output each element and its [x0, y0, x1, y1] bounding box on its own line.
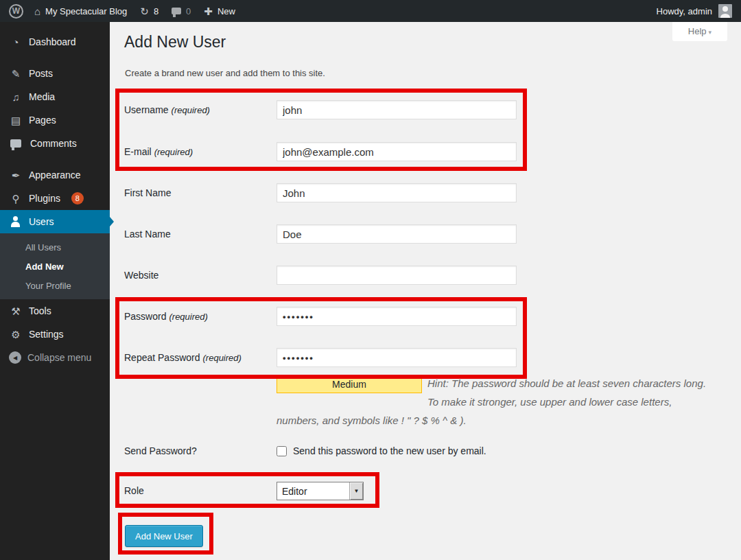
email-row: E-mail(required): [124, 142, 711, 161]
last-name-label: Last Name: [124, 224, 171, 244]
send-password-row: Send Password? Send this password to the…: [124, 445, 711, 458]
sidebar-item-label: Appearance: [29, 170, 81, 180]
sidebar-item-label: Tools: [29, 305, 51, 316]
repeat-password-input[interactable]: [277, 348, 517, 367]
sidebar-item-appearance[interactable]: ✒ Appearance: [0, 163, 110, 187]
sidebar-item-users[interactable]: Users: [0, 210, 110, 233]
password-label: Password(required): [124, 307, 208, 327]
password-strength-meter: Medium: [277, 376, 422, 393]
first-name-input[interactable]: [277, 183, 517, 202]
send-password-checkbox-label[interactable]: Send this password to the new user by em…: [293, 445, 486, 458]
comments-link[interactable]: 0: [172, 6, 191, 16]
users-submenu: All Users Add New Your Profile: [0, 233, 110, 299]
last-name-input[interactable]: [277, 224, 517, 244]
repeat-password-row: Repeat Password(required): [124, 348, 711, 367]
submenu-item-your-profile[interactable]: Your Profile: [0, 276, 110, 295]
username-input[interactable]: [277, 100, 517, 119]
submenu-item-all-users[interactable]: All Users: [0, 237, 110, 257]
sidebar-item-label: Users: [29, 216, 54, 227]
first-name-label: First Name: [124, 183, 171, 202]
account-menu[interactable]: Howdy, admin: [657, 4, 732, 18]
sidebar-item-settings[interactable]: ⚙ Settings: [0, 323, 110, 346]
repeat-password-label: Repeat Password(required): [124, 348, 242, 368]
required-hint: (required): [203, 353, 242, 363]
sidebar-item-tools[interactable]: ⚒ Tools: [0, 299, 110, 323]
select-dropdown-button[interactable]: ▼: [349, 482, 363, 500]
help-label: Help: [688, 26, 707, 36]
password-strength-area: Medium Hint: The password should be at l…: [277, 374, 710, 430]
updates-link[interactable]: ↻ 8: [140, 6, 158, 16]
role-select[interactable]: Editor ▼: [277, 482, 364, 500]
sidebar-item-dashboard[interactable]: ◔ Dashboard: [0, 30, 110, 54]
role-selected-value: Editor: [282, 486, 307, 497]
required-hint: (required): [172, 105, 210, 115]
sidebar-item-label: Comments: [30, 138, 77, 149]
dashboard-icon: ◔: [9, 37, 23, 47]
posts-icon: ✎: [9, 69, 23, 79]
sidebar-item-plugins[interactable]: ⚲ Plugins 8: [0, 187, 110, 210]
username-label: Username(required): [124, 100, 210, 120]
update-count: 8: [154, 6, 158, 16]
email-field[interactable]: [277, 142, 517, 161]
required-hint: (required): [154, 147, 193, 157]
site-name-link[interactable]: ⌂ My Spectacular Blog: [34, 6, 127, 16]
send-password-label: Send Password?: [124, 445, 197, 458]
admin-bar: W ⌂ My Spectacular Blog ↻ 8 0 ✚ New Howd…: [0, 0, 741, 22]
comment-bubble-icon: [172, 8, 181, 14]
required-hint: (required): [169, 312, 207, 322]
sidebar-item-media[interactable]: ♫ Media: [0, 85, 110, 108]
menu-separator: [0, 155, 110, 163]
website-label: Website: [124, 266, 158, 285]
sidebar-item-label: Posts: [29, 68, 53, 79]
pages-icon: ▤: [9, 115, 23, 126]
sidebar-item-pages[interactable]: ▤ Pages: [0, 108, 110, 132]
comment-count: 0: [186, 6, 191, 16]
first-name-row: First Name: [124, 183, 711, 202]
sidebar-item-label: Pages: [29, 115, 56, 126]
chevron-down-icon: ▾: [709, 29, 712, 36]
role-label: Role: [124, 482, 144, 500]
updates-icon: ↻: [140, 6, 149, 16]
media-icon: ♫: [9, 92, 23, 102]
users-icon: [9, 216, 23, 227]
page-subtitle: Create a brand new user and add them to …: [125, 68, 325, 78]
role-row: Role Editor ▼: [124, 482, 711, 500]
new-label: New: [217, 6, 235, 16]
password-input[interactable]: [277, 307, 517, 326]
help-button[interactable]: Help▾: [672, 22, 727, 41]
sidebar-item-posts[interactable]: ✎ Posts: [0, 62, 110, 85]
website-row: Website: [124, 266, 711, 285]
submenu-item-add-new[interactable]: Add New: [0, 257, 110, 276]
send-password-checkbox[interactable]: [277, 446, 287, 456]
plugins-update-badge: 8: [71, 192, 84, 205]
username-row: Username(required): [124, 100, 711, 119]
wordpress-logo-icon[interactable]: W: [9, 4, 23, 19]
menu-separator: [0, 22, 110, 30]
plugins-icon: ⚲: [9, 194, 23, 204]
add-new-user-button[interactable]: Add New User: [125, 525, 203, 547]
sidebar-item-label: Media: [29, 91, 55, 102]
plus-icon: ✚: [204, 6, 213, 16]
site-name: My Spectacular Blog: [45, 6, 127, 16]
home-icon: ⌂: [34, 6, 40, 16]
strength-meter-wrap: Medium: [277, 374, 427, 410]
caret-down-icon: ▼: [354, 488, 360, 494]
website-input[interactable]: [277, 266, 517, 285]
password-row: Password(required): [124, 307, 711, 326]
tools-icon: ⚒: [9, 306, 23, 316]
sidebar-item-label: Collapse menu: [27, 352, 91, 363]
avatar: [718, 4, 732, 18]
sidebar-item-label: Plugins: [29, 193, 60, 204]
email-label: E-mail(required): [124, 142, 193, 162]
collapse-arrow-icon: ◀: [9, 351, 21, 364]
last-name-row: Last Name: [124, 224, 711, 244]
admin-menu: ◔ Dashboard ✎ Posts ♫ Media ▤ Pages Comm…: [0, 22, 110, 369]
new-content-link[interactable]: ✚ New: [204, 6, 235, 16]
settings-icon: ⚙: [9, 329, 23, 340]
collapse-menu-button[interactable]: ◀ Collapse menu: [0, 346, 110, 369]
appearance-icon: ✒: [9, 170, 23, 180]
menu-separator: [0, 54, 110, 62]
sidebar-item-comments[interactable]: Comments: [0, 132, 110, 155]
sidebar-item-label: Settings: [29, 329, 64, 340]
comments-icon: [10, 139, 21, 148]
